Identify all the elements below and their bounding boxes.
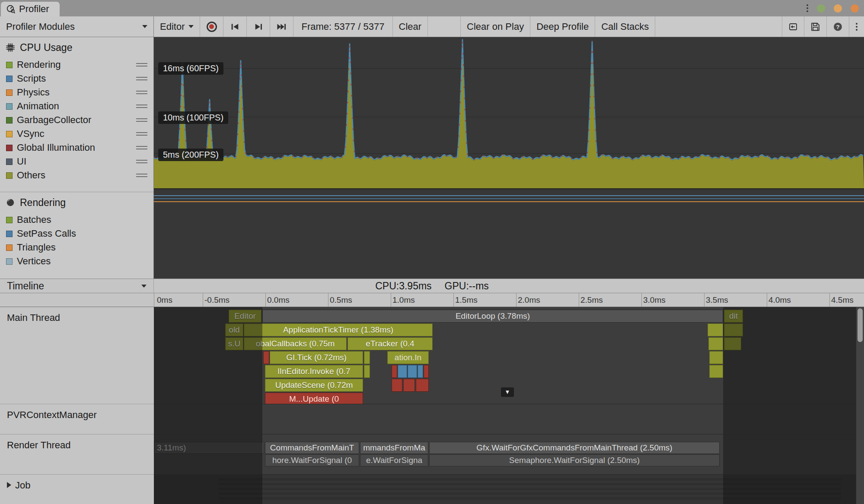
- legend-item[interactable]: Others: [0, 168, 153, 182]
- timeline-sample-block[interactable]: [708, 337, 723, 350]
- legend-item[interactable]: GarbageCollector: [0, 113, 153, 127]
- timeline-sample-block[interactable]: Gfx.WaitForGfxCommandsFromMainThread (2.…: [429, 442, 720, 454]
- window-dot-orange[interactable]: [851, 4, 859, 13]
- timeline-sample-block[interactable]: hore.WaitForSignal (0: [265, 454, 359, 466]
- drag-handle-icon[interactable]: [136, 158, 147, 165]
- timeline-ruler[interactable]: 0ms-0.5ms0.0ms0.5ms1.0ms1.5ms2.0ms2.5ms3…: [0, 293, 864, 307]
- timeline-sample-block[interactable]: [392, 379, 402, 392]
- timeline-sample-block[interactable]: eTracker (0.4: [348, 337, 433, 350]
- drag-handle-icon[interactable]: [136, 130, 147, 137]
- cpu-usage-chart[interactable]: 16ms (60FPS) 10ms (100FPS) 5ms (200FPS): [154, 37, 864, 189]
- timeline-sample-block[interactable]: CommandsFromMainT: [265, 442, 359, 454]
- timeline-sample-block[interactable]: ation.In: [387, 351, 429, 364]
- timeline-sample-block[interactable]: dit: [724, 310, 743, 323]
- clear-on-play-toggle[interactable]: Clear on Play: [461, 16, 530, 37]
- timeline-sample-block[interactable]: [392, 365, 397, 378]
- track-label[interactable]: Render Thread: [0, 434, 154, 475]
- toolbar-menu-button[interactable]: [849, 16, 864, 37]
- timeline-sample-block[interactable]: [403, 379, 415, 392]
- drag-handle-icon[interactable]: [136, 103, 147, 110]
- drag-handle-icon[interactable]: [136, 75, 147, 82]
- legend-item[interactable]: VSync: [0, 127, 153, 141]
- rendering-header[interactable]: Rendering: [0, 192, 153, 213]
- timeline-sample-block[interactable]: ApplicationTickTimer (1.38ms): [244, 323, 433, 336]
- record-button[interactable]: [200, 16, 223, 37]
- drag-handle-icon[interactable]: [136, 61, 147, 68]
- ruler-tick: [829, 293, 830, 307]
- timeline-sample-block[interactable]: mmandsFromMa: [360, 442, 428, 454]
- rendering-series-line: [154, 195, 864, 196]
- timeline-sample-block[interactable]: [364, 365, 370, 378]
- timeline-sample-block[interactable]: old: [225, 323, 243, 336]
- timeline-sample-block[interactable]: [418, 365, 423, 378]
- drag-handle-icon[interactable]: [136, 172, 147, 179]
- timeline-scrollbar[interactable]: [856, 307, 864, 504]
- timeline-sample-block[interactable]: GI.Tick (0.72ms): [270, 351, 363, 364]
- timeline-sample-block[interactable]: [708, 323, 723, 336]
- legend-item[interactable]: Physics: [0, 86, 153, 99]
- track-canvas[interactable]: [154, 404, 864, 434]
- cpu-usage-header[interactable]: CPU CPU Usage: [0, 37, 153, 58]
- timeline-sample-block[interactable]: lInEditor.Invoke (0.7: [265, 365, 363, 378]
- timeline-sample-block[interactable]: [424, 365, 429, 378]
- timeline-sample-block[interactable]: M...Update (0: [265, 393, 363, 404]
- drag-handle-icon[interactable]: [136, 89, 147, 96]
- track-label[interactable]: Job: [0, 475, 154, 504]
- scrollbar-thumb[interactable]: [858, 308, 863, 342]
- drag-handle-icon[interactable]: [136, 144, 147, 151]
- legend-item[interactable]: UI: [0, 155, 153, 168]
- help-button[interactable]: ?: [827, 16, 849, 37]
- show-more-rows-button[interactable]: ▼: [501, 387, 514, 397]
- timeline-sample-block[interactable]: [263, 351, 269, 364]
- timeline-sample-block[interactable]: e.WaitForSigna: [360, 454, 428, 466]
- next-frame-button[interactable]: [247, 16, 270, 37]
- timeline-sample-block[interactable]: EditorLoop (3.78ms): [262, 310, 723, 323]
- legend-item[interactable]: Triangles: [0, 241, 153, 254]
- save-profile-button[interactable]: [804, 16, 827, 37]
- rendering-chart[interactable]: [154, 189, 864, 279]
- legend-item[interactable]: Rendering: [0, 58, 153, 72]
- legend-item[interactable]: SetPass Calls: [0, 227, 153, 241]
- clear-button[interactable]: Clear: [393, 16, 428, 37]
- window-dot-green[interactable]: [817, 4, 825, 13]
- timeline-sample-block[interactable]: obalCallbacks (0.75m: [244, 337, 347, 350]
- tab-profiler[interactable]: Profiler: [1, 2, 60, 16]
- profiler-modules-dropdown[interactable]: Profiler Modules: [0, 16, 154, 37]
- timeline-sample-block[interactable]: [408, 365, 417, 378]
- track-canvas[interactable]: 3.11ms)CommandsFromMainTmmandsFromMaGfx.…: [154, 434, 864, 475]
- timeline-sample-block[interactable]: [709, 351, 723, 364]
- timeline-sample-block[interactable]: [416, 379, 429, 392]
- timeline-sample-block[interactable]: 3.11ms): [154, 442, 264, 454]
- track-canvas[interactable]: EditorEditorLoop (3.78ms)ditoldApplicati…: [154, 307, 864, 404]
- prev-frame-button[interactable]: [223, 16, 247, 37]
- track-label[interactable]: Main Thread: [0, 307, 154, 404]
- timeline-sample-block[interactable]: Semaphore.WaitForSignal (2.50ms): [429, 454, 720, 466]
- timeline-sample-block[interactable]: [724, 323, 743, 336]
- legend-item[interactable]: Global Illumination: [0, 141, 153, 155]
- target-dropdown[interactable]: Editor: [154, 16, 200, 37]
- timeline-sample-block[interactable]: [364, 351, 370, 364]
- deep-profile-toggle[interactable]: Deep Profile: [530, 16, 595, 37]
- window-menu-icon[interactable]: [807, 3, 808, 13]
- timeline-sample-block[interactable]: s.U: [225, 337, 243, 350]
- drag-handle-icon[interactable]: [136, 117, 147, 124]
- load-profile-button[interactable]: [782, 16, 804, 37]
- current-frame-button[interactable]: [270, 16, 293, 37]
- legend-item[interactable]: Animation: [0, 99, 153, 113]
- expand-arrow-icon[interactable]: [7, 482, 11, 488]
- timeline-sample-block[interactable]: [398, 365, 407, 378]
- timeline-sample-block[interactable]: [709, 365, 723, 378]
- job-stripe: [219, 478, 841, 481]
- window-dot-yellow[interactable]: [834, 4, 842, 13]
- legend-item[interactable]: Vertices: [0, 254, 153, 268]
- legend-item[interactable]: Scripts: [0, 72, 153, 86]
- out-of-frame-overlay: [154, 404, 262, 434]
- timeline-sample-block[interactable]: [724, 337, 741, 350]
- track-canvas[interactable]: [154, 475, 864, 504]
- call-stacks-toggle[interactable]: Call Stacks: [595, 16, 655, 37]
- track-label[interactable]: PVRContextManager: [0, 404, 154, 434]
- timeline-sample-block[interactable]: Editor: [229, 310, 261, 323]
- timeline-sample-block[interactable]: UpdateScene (0.72m: [265, 379, 363, 392]
- timeline-view-dropdown[interactable]: Timeline: [0, 279, 154, 293]
- legend-item[interactable]: Batches: [0, 213, 153, 227]
